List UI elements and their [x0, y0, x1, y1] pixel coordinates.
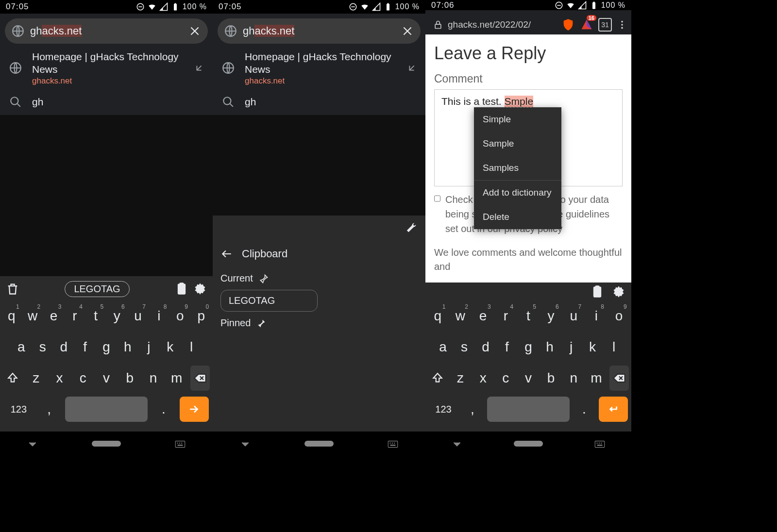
key-n[interactable]: n [143, 366, 163, 391]
suggestion-row-search[interactable]: gh [213, 93, 425, 115]
suggestion-row-history[interactable]: Homepage | gHacks Technology News ghacks… [213, 44, 425, 93]
key-backspace[interactable] [609, 366, 629, 391]
key-l[interactable]: l [604, 334, 624, 360]
key-y[interactable]: 6y [107, 303, 127, 329]
key-d[interactable]: d [476, 334, 495, 360]
key-s[interactable]: s [33, 334, 52, 360]
key-s[interactable]: s [455, 334, 474, 360]
delete-option[interactable]: Delete [474, 205, 561, 229]
clear-icon[interactable] [401, 25, 414, 37]
key-a[interactable]: a [433, 334, 453, 360]
key-l[interactable]: l [182, 334, 201, 360]
hide-keyboard-icon[interactable] [451, 437, 463, 450]
insert-arrow-icon[interactable] [406, 63, 417, 73]
key-e[interactable]: 3e [44, 303, 63, 329]
key-j[interactable]: j [561, 334, 581, 360]
hide-keyboard-icon[interactable] [239, 437, 252, 450]
key-g[interactable]: g [519, 334, 538, 360]
clipboard-icon[interactable] [175, 282, 188, 296]
key-shift[interactable] [3, 366, 22, 391]
key-i[interactable]: 8i [149, 303, 169, 329]
more-menu-icon[interactable] [617, 19, 627, 30]
suggestion-sample[interactable]: Sample [474, 132, 561, 156]
wrench-icon[interactable] [404, 221, 418, 235]
key-k[interactable]: k [583, 334, 602, 360]
key-h[interactable]: h [118, 334, 137, 360]
key-shift[interactable] [428, 366, 447, 391]
clear-icon[interactable] [188, 25, 201, 37]
key-space[interactable] [487, 397, 570, 422]
key-v[interactable]: v [97, 366, 116, 391]
clipboard-item[interactable]: LEGOTAG [220, 290, 318, 312]
keyboard-switch-icon[interactable] [387, 437, 399, 450]
key-g[interactable]: g [97, 334, 116, 360]
key-q[interactable]: 1q [2, 303, 21, 329]
key-b[interactable]: b [541, 366, 561, 391]
key-a[interactable]: a [12, 334, 31, 360]
key-m[interactable]: m [587, 366, 606, 391]
key-x[interactable]: x [473, 366, 493, 391]
key-k[interactable]: k [160, 334, 180, 360]
keyboard[interactable]: 1q 2w 3e 4r 5t 6y 7u 8i 9o a s d f g h j… [425, 301, 631, 432]
home-pill[interactable] [514, 441, 543, 447]
key-enter[interactable] [180, 397, 209, 422]
key-u[interactable]: 7u [128, 303, 148, 329]
suggestion-row-history[interactable]: Homepage | gHacks Technology News ghacks… [0, 44, 213, 93]
lock-icon[interactable] [433, 20, 443, 30]
suggestion-samples[interactable]: Samples [474, 156, 561, 180]
home-pill[interactable] [92, 441, 121, 447]
keyboard-switch-icon[interactable] [174, 437, 186, 450]
key-v[interactable]: v [519, 366, 538, 391]
url-bar[interactable]: ghacks.net [218, 18, 421, 44]
key-comma[interactable]: , [39, 397, 59, 422]
key-123[interactable]: 123 [4, 397, 33, 422]
key-o[interactable]: 9o [170, 303, 190, 329]
key-f[interactable]: f [75, 334, 95, 360]
key-t[interactable]: 5t [86, 303, 105, 329]
tab-count-button[interactable]: 31 [598, 18, 612, 32]
key-r[interactable]: 4r [496, 303, 515, 329]
key-r[interactable]: 4r [65, 303, 84, 329]
url-bar[interactable]: ghacks.net [5, 18, 208, 44]
key-w[interactable]: 2w [23, 303, 42, 329]
key-c[interactable]: c [496, 366, 515, 391]
key-e[interactable]: 3e [473, 303, 493, 329]
key-i[interactable]: 8i [587, 303, 606, 329]
key-m[interactable]: m [167, 366, 186, 391]
keyboard[interactable]: 1q 2w 3e 4r 5t 6y 7u 8i 9o 0p a s d f g … [0, 301, 213, 432]
trash-icon[interactable] [6, 282, 19, 296]
key-t[interactable]: 5t [519, 303, 538, 329]
clipboard-icon[interactable] [591, 285, 604, 299]
clipboard-chip[interactable]: LEGOTAG [65, 281, 129, 297]
key-f[interactable]: f [497, 334, 517, 360]
key-period[interactable]: . [574, 397, 594, 422]
key-x[interactable]: x [50, 366, 69, 391]
insert-arrow-icon[interactable] [194, 63, 204, 73]
key-n[interactable]: n [564, 366, 583, 391]
key-q[interactable]: 1q [428, 303, 447, 329]
key-h[interactable]: h [540, 334, 559, 360]
key-o[interactable]: 9o [609, 303, 629, 329]
key-b[interactable]: b [120, 366, 139, 391]
key-u[interactable]: 7u [564, 303, 583, 329]
key-w[interactable]: 2w [451, 303, 470, 329]
brave-rewards-icon[interactable]: 16 [580, 18, 593, 32]
gear-icon[interactable] [612, 285, 625, 299]
url-text[interactable]: ghacks.net/2022/02/ [448, 19, 557, 30]
key-d[interactable]: d [54, 334, 73, 360]
gear-icon[interactable] [193, 282, 207, 296]
key-j[interactable]: j [139, 334, 158, 360]
misspelled-word[interactable]: Smple [505, 96, 534, 107]
key-comma[interactable]: , [463, 397, 482, 422]
key-enter[interactable] [599, 397, 628, 422]
keyboard-switch-icon[interactable] [593, 437, 606, 450]
key-z[interactable]: z [26, 366, 46, 391]
home-pill[interactable] [304, 441, 334, 447]
suggestion-simple[interactable]: Simple [474, 107, 561, 132]
key-z[interactable]: z [451, 366, 470, 391]
key-p[interactable]: 0p [191, 303, 211, 329]
suggestion-row-search[interactable]: gh [0, 93, 213, 115]
key-c[interactable]: c [73, 366, 93, 391]
hide-keyboard-icon[interactable] [26, 437, 39, 450]
add-to-dictionary[interactable]: Add to dictionary [474, 180, 561, 205]
